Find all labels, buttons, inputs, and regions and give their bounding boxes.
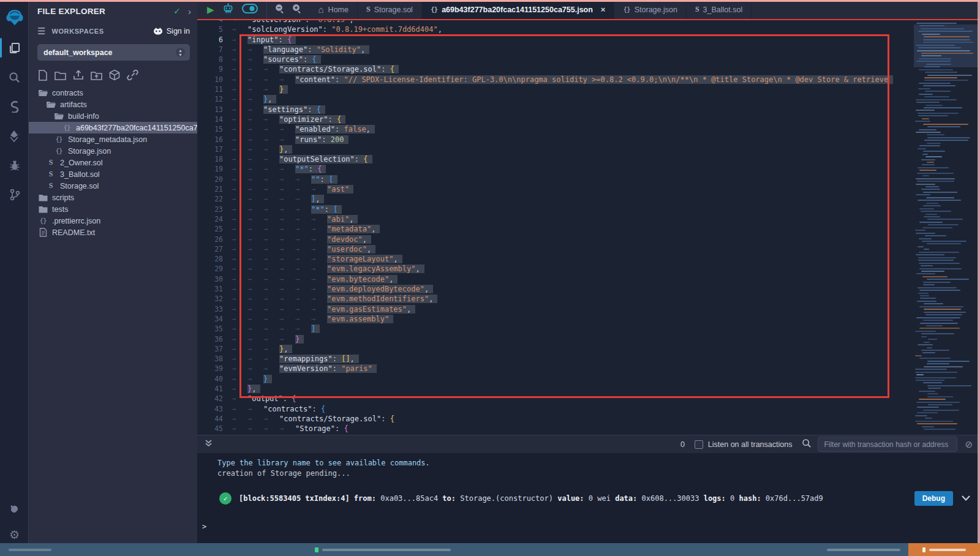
- debug-button[interactable]: Debug: [914, 491, 953, 506]
- solidity-file-icon: S: [366, 5, 370, 14]
- line-number: 7: [197, 45, 232, 54]
- code-line-13: 13→→"settings": {: [197, 105, 893, 115]
- tab-home[interactable]: ⌂Home: [310, 0, 358, 19]
- code-line-44: 44→→→"contracts/Storage.sol": {: [197, 414, 893, 424]
- minimap[interactable]: [914, 20, 978, 435]
- code-editor[interactable]: 4→"solcVersion": "0.8.19",5→"solcLongVer…: [197, 20, 980, 435]
- transaction-row[interactable]: ✓ [block:5583405 txIndex:4] from: 0xa03.…: [219, 491, 973, 506]
- line-number: 36: [197, 334, 232, 344]
- listen-all-transactions-checkbox[interactable]: [695, 440, 703, 449]
- code-line-8: 8→→"sources": {: [197, 54, 893, 64]
- upload-file-icon[interactable]: [73, 70, 84, 80]
- terminal-search-icon[interactable]: [802, 438, 812, 451]
- link-icon[interactable]: [127, 69, 138, 81]
- json-file-icon: {}: [431, 6, 437, 13]
- file-tree: contractsartifactsbuild-info{}a69b43f277…: [29, 87, 197, 238]
- line-number: 24: [197, 214, 232, 224]
- tree-item-storage-json[interactable]: {}Storage.json: [29, 145, 197, 157]
- line-number: 18: [197, 154, 232, 164]
- workspace-select[interactable]: default_workspace ▲▼: [37, 44, 190, 61]
- line-number: 22: [197, 194, 232, 204]
- hamburger-menu-icon[interactable]: ☰: [37, 26, 45, 37]
- upload-folder-icon[interactable]: [91, 70, 102, 80]
- line-number: 15: [197, 124, 232, 134]
- line-number: 26: [197, 235, 232, 244]
- code-line-37: 37→→→},: [197, 344, 893, 354]
- tab-storage-sol[interactable]: SStorage.sol: [358, 0, 422, 19]
- tree-item-a69b43f277ba20fcac141151250ca7-[interactable]: {}a69b43f277ba20fcac141151250ca7...: [29, 122, 197, 133]
- tree-item-label: Storage.json: [68, 147, 111, 156]
- tree-item-label: contracts: [52, 89, 83, 97]
- line-number: 28: [197, 254, 232, 264]
- tree-item-label: a69b43f277ba20fcac141151250ca7...: [76, 124, 197, 132]
- solidity-compiler-icon[interactable]: [0, 94, 29, 119]
- run-script-button[interactable]: ▶: [207, 4, 214, 15]
- tree-item-storage-sol[interactable]: SStorage.sol: [29, 180, 197, 192]
- code-line-11: 11→→→}: [197, 85, 893, 94]
- remix-logo-icon[interactable]: [0, 5, 29, 31]
- remixai-robot-icon[interactable]: [222, 3, 234, 17]
- cube-icon[interactable]: [109, 69, 120, 81]
- tree-item-readme-txt[interactable]: README.txt: [29, 227, 197, 238]
- clear-console-icon[interactable]: ⊘: [965, 439, 973, 450]
- tree-item-tests[interactable]: tests: [29, 203, 197, 215]
- line-number: 12: [197, 94, 232, 104]
- tree-item-2-owner-sol[interactable]: S2_Owner.sol: [29, 157, 197, 168]
- expand-transaction-icon[interactable]: [962, 494, 970, 503]
- code-line-7: 7→→"language": "Solidity",: [197, 45, 893, 54]
- tree-item--prettierrc-json[interactable]: {}.prettierrc.json: [29, 215, 197, 227]
- tree-item-3-ballot-sol[interactable]: S3_Ballot.sol: [29, 168, 197, 180]
- tab-a69b43f277ba20fcac141151250ca755-json[interactable]: {}a69b43f277ba20fcac141151250ca755.json×: [422, 0, 615, 19]
- line-number: 34: [197, 314, 232, 324]
- deploy-run-icon[interactable]: [0, 124, 29, 148]
- tab-label: Storage.json: [635, 6, 677, 14]
- code-line-12: 12→→},: [197, 94, 893, 104]
- zoom-in-icon[interactable]: [292, 3, 303, 17]
- folder-open-icon: [38, 89, 48, 97]
- code-line-16: 16→→→→"runs": 200: [197, 135, 893, 145]
- zoom-out-icon[interactable]: [274, 3, 285, 17]
- tree-item-artifacts[interactable]: artifacts: [29, 99, 197, 110]
- tree-item-contracts[interactable]: contracts: [29, 87, 197, 99]
- terminal-output[interactable]: Type the library name to see available c…: [197, 453, 980, 543]
- code-line-20: 20→→→→→"": [: [197, 175, 893, 184]
- line-number: 4: [197, 20, 232, 24]
- terminal-prompt[interactable]: >: [202, 522, 206, 531]
- new-file-icon[interactable]: [38, 70, 48, 81]
- git-icon[interactable]: [0, 182, 29, 207]
- tab-label: 3_Ballot.sol: [703, 6, 743, 14]
- code-line-42: 42→"output": {: [197, 394, 893, 404]
- solidity-file-icon: S: [46, 158, 56, 167]
- line-number: 5: [197, 24, 232, 34]
- code-line-25: 25→→→→→→"metadata",: [197, 224, 893, 234]
- line-number: 45: [197, 424, 232, 434]
- line-number: 21: [197, 184, 232, 194]
- settings-icon[interactable]: ⚙: [0, 522, 29, 547]
- tab-storage-json[interactable]: {}Storage.json: [614, 0, 686, 19]
- tree-item-scripts[interactable]: scripts: [29, 192, 197, 203]
- debugger-icon[interactable]: [0, 153, 29, 178]
- line-number: 11: [197, 85, 232, 94]
- line-number: 31: [197, 284, 232, 294]
- collapse-terminal-icon[interactable]: [205, 439, 213, 450]
- tree-item-label: 3_Ballot.sol: [60, 170, 100, 179]
- tab-label: Storage.sol: [374, 6, 413, 14]
- ai-copilot-toggle[interactable]: [242, 4, 258, 16]
- new-folder-icon[interactable]: [55, 70, 66, 80]
- tree-item-label: Storage_metadata.json: [68, 135, 147, 144]
- tab-3-ballot-sol[interactable]: S3_Ballot.sol: [687, 0, 752, 19]
- plugin-manager-icon[interactable]: [0, 497, 29, 522]
- listen-all-transactions-label: Listen on all transactions: [708, 440, 793, 449]
- status-accent-badge[interactable]: [908, 543, 980, 556]
- file-explorer-icon[interactable]: [0, 36, 29, 60]
- search-icon[interactable]: [0, 65, 29, 89]
- close-tab-icon[interactable]: ×: [601, 5, 606, 14]
- code-line-6: 6→"input": {: [197, 35, 893, 45]
- tree-item-storage-metadata-json[interactable]: {}Storage_metadata.json: [29, 133, 197, 145]
- tree-item-build-info[interactable]: build-info: [29, 110, 197, 122]
- code-line-14: 14→→→"optimizer": {: [197, 115, 893, 124]
- tree-item-label: scripts: [52, 193, 74, 202]
- transaction-filter-input[interactable]: [818, 437, 957, 452]
- sign-in-button[interactable]: Sign in: [153, 27, 190, 36]
- chevron-right-icon[interactable]: ›: [188, 6, 191, 17]
